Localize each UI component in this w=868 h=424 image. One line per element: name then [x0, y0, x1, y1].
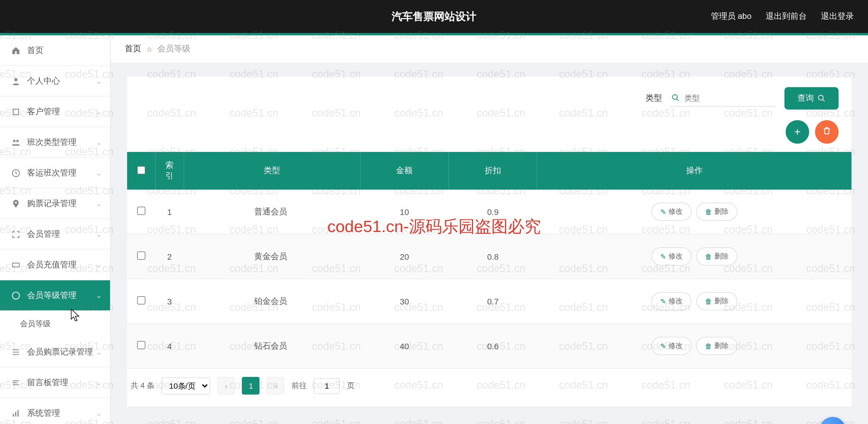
cell-actions: ✎ 修改🗑 删除 [537, 234, 851, 279]
sidebar-item-1[interactable]: 个人中心⌄ [0, 66, 110, 96]
row-checkbox[interactable] [137, 296, 145, 305]
chevron-down-icon: ⌄ [96, 348, 102, 356]
table-header-3: 金额 [360, 152, 449, 190]
jump-page-input[interactable] [314, 378, 340, 394]
sidebar-item-5[interactable]: 购票记录管理⌄ [0, 189, 110, 219]
edit-button[interactable]: ✎ 修改 [651, 247, 691, 265]
table-header-1: 索引 [155, 152, 184, 190]
search-button-label: 查询 [797, 93, 814, 104]
cell-discount: 0.8 [449, 234, 537, 279]
edit-button[interactable]: ✎ 修改 [651, 337, 691, 355]
chevron-down-icon: ⌄ [96, 230, 102, 238]
jump-prefix: 前往 [291, 380, 307, 391]
delete-button[interactable]: 🗑 删除 [696, 203, 737, 221]
edit-icon: ✎ [660, 252, 666, 261]
sidebar-item-6[interactable]: 会员管理⌄ [0, 219, 110, 250]
next-page-button[interactable]: › [267, 377, 284, 395]
delete-button[interactable]: 🗑 删除 [696, 337, 737, 355]
svg-point-7 [12, 292, 20, 299]
sidebar-item-label: 个人中心 [27, 76, 60, 86]
edit-icon: ✎ [660, 207, 666, 216]
delete-button[interactable]: 🗑 删除 [696, 292, 737, 310]
cell-amount: 30 [360, 279, 449, 323]
logout-link[interactable]: 退出登录 [821, 11, 854, 22]
exit-front-link[interactable]: 退出到前台 [766, 11, 807, 22]
add-button[interactable]: + [785, 120, 809, 144]
sidebar-item-label: 会员等级管理 [27, 290, 76, 301]
cell-type: 铂金会员 [184, 279, 360, 323]
svg-point-19 [818, 95, 823, 100]
bulk-delete-button[interactable] [815, 120, 839, 144]
cell-discount: 0.9 [449, 190, 537, 234]
sidebar-item-label: 班次类型管理 [27, 137, 76, 147]
cell-index: 4 [155, 323, 184, 368]
table-row: 2黄金会员200.8✎ 修改🗑 删除 [127, 234, 851, 279]
cell-amount: 20 [360, 234, 449, 279]
sidebar-item-8[interactable]: 会员等级管理⌄ [0, 280, 110, 311]
sidebar-item-label: 留言板管理 [27, 377, 68, 388]
table-header-5: 操作 [537, 152, 851, 190]
sidebar-item-7[interactable]: 会员充值管理⌄ [0, 250, 110, 280]
sidebar-subitem[interactable]: 会员等级 [0, 311, 110, 337]
cell-type: 钻石会员 [184, 323, 360, 368]
total-count: 共 4 条 [131, 380, 154, 391]
row-checkbox[interactable] [137, 341, 145, 349]
sidebar-item-2[interactable]: 客户管理⌄ [0, 96, 110, 127]
menu-icon [10, 378, 21, 387]
sidebar-item-4[interactable]: 客运班次管理⌄ [0, 158, 110, 189]
ticket-icon [10, 260, 21, 270]
app-header: 汽车售票网站设计 管理员 abo 退出到前台 退出登录 [0, 0, 868, 33]
search-input[interactable] [670, 90, 776, 107]
svg-point-3 [16, 140, 19, 142]
svg-rect-1 [13, 109, 19, 115]
breadcrumb-home[interactable]: 首页 [125, 44, 141, 54]
select-all-checkbox[interactable] [137, 166, 145, 174]
prev-page-button[interactable]: ‹ [217, 377, 235, 395]
jump-suffix: 页 [347, 380, 354, 391]
cell-index: 1 [155, 190, 184, 234]
group-icon [10, 138, 21, 147]
home-icon: ⌂ [147, 45, 152, 53]
svg-point-0 [14, 78, 18, 81]
trash-icon: 🗑 [705, 297, 712, 305]
sidebar-item-9[interactable]: 会员购票记录管理⌄ [0, 337, 110, 367]
edit-icon: ✎ [660, 297, 666, 305]
cell-index: 3 [155, 279, 184, 323]
sidebar-item-label: 客户管理 [27, 106, 60, 117]
search-bar: 类型 查询 [127, 77, 851, 115]
header-divider [0, 33, 868, 35]
svg-rect-15 [15, 412, 16, 416]
sidebar-item-10[interactable]: 留言板管理⌄ [0, 367, 110, 398]
chevron-down-icon: ⌄ [96, 108, 102, 116]
row-checkbox[interactable] [137, 207, 145, 215]
sidebar-item-0[interactable]: 首页 [0, 35, 110, 66]
sidebar: 首页个人中心⌄客户管理⌄班次类型管理⌄客运班次管理⌄购票记录管理⌄会员管理⌄会员… [0, 35, 111, 424]
chevron-down-icon: ⌄ [96, 409, 102, 417]
search-label: 类型 [646, 93, 662, 104]
trash-icon: 🗑 [705, 252, 712, 261]
search-button[interactable]: 查询 [784, 87, 839, 110]
data-table: 索引类型金额折扣操作 1普通会员100.9✎ 修改🗑 删除2黄金会员200.8✎… [127, 152, 851, 369]
page-size-select[interactable]: 10条/页 [161, 377, 210, 394]
row-checkbox[interactable] [137, 251, 145, 260]
page-number-1[interactable]: 1 [242, 377, 260, 395]
edit-button[interactable]: ✎ 修改 [651, 292, 691, 310]
svg-rect-6 [12, 263, 20, 266]
chevron-down-icon: ⌄ [96, 77, 102, 85]
star-icon [10, 291, 21, 300]
svg-line-20 [823, 100, 825, 102]
delete-button[interactable]: 🗑 删除 [696, 247, 737, 265]
clock-icon [10, 168, 21, 177]
sidebar-item-3[interactable]: 班次类型管理⌄ [0, 127, 110, 158]
sidebar-item-label: 购票记录管理 [27, 198, 76, 209]
chevron-down-icon: ⌄ [96, 199, 102, 207]
bars-icon [10, 408, 21, 418]
admin-label[interactable]: 管理员 abo [711, 11, 752, 22]
chevron-down-icon: ⌄ [96, 261, 102, 269]
sidebar-item-11[interactable]: 系统管理⌄ [0, 398, 110, 424]
chevron-down-icon: ⌄ [96, 291, 102, 300]
expand-icon [10, 229, 21, 239]
table-header-2: 类型 [184, 152, 360, 190]
action-bar: + [127, 115, 851, 152]
edit-button[interactable]: ✎ 修改 [651, 203, 691, 221]
